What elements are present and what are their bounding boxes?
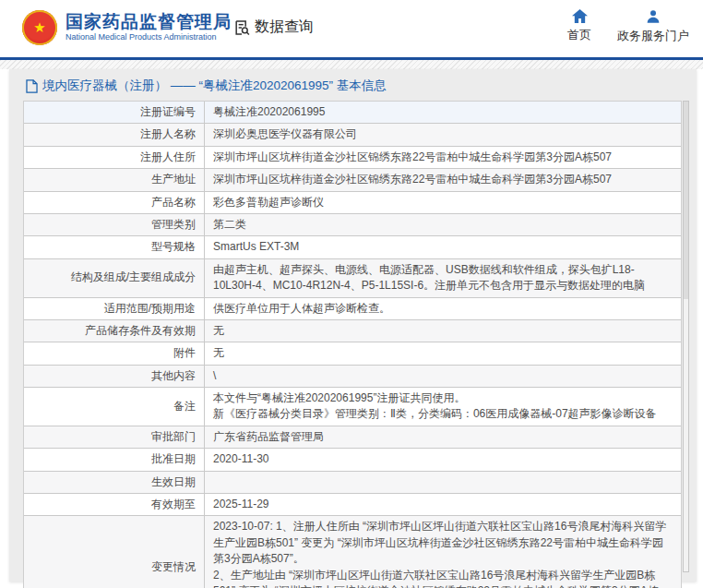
field-label: 产品名称: [24, 192, 205, 213]
field-label: 审批部门: [24, 426, 205, 448]
field-label: 备注: [24, 388, 205, 426]
row-registrant-name: 注册人名称 深圳必奥思医学仪器有限公司: [24, 124, 681, 146]
national-emblem-icon: ★: [22, 10, 57, 45]
field-label: 结构及组成/主要组成成分: [24, 259, 205, 297]
document-icon: [26, 79, 42, 93]
data-query-tab[interactable]: 数据查询: [232, 18, 314, 37]
nav-portal[interactable]: 政务服务门户: [609, 9, 697, 44]
field-value: 彩色多普勒超声诊断仪: [205, 192, 681, 213]
field-label: 有效期至: [24, 494, 205, 515]
field-value: 深圳市坪山区坑梓街道金沙社区锦绣东路22号雷柏中城生命科学园第3分园A栋507: [205, 147, 681, 168]
field-value: 2025-11-29: [205, 494, 681, 515]
field-value: 广东省药品监督管理局: [205, 426, 681, 448]
row-other-content: 其他内容 \: [24, 366, 681, 388]
user-icon: [646, 9, 661, 24]
field-label: 产品储存条件及有效期: [24, 320, 205, 342]
registration-info-table: 注册证编号 粤械注准20202061995 注册人名称 深圳必奥思医学仪器有限公…: [23, 101, 682, 588]
home-icon: [572, 9, 588, 23]
row-approval-date: 批准日期 2020-11-30: [24, 449, 681, 471]
agency-logo-block: ★ 国家药品监督管理局 National Medical Products Ad…: [22, 10, 232, 45]
hatch-band: [0, 60, 703, 69]
field-value: [205, 472, 681, 493]
field-value: 2023-10-07: 1、注册人住所由 “深圳市坪山区坪山街道六联社区宝山路1…: [205, 516, 681, 588]
nav-home-label: 首页: [567, 27, 591, 43]
agency-name-en: National Medical Products Administration: [66, 32, 232, 43]
field-value: 2020-11-30: [205, 449, 681, 470]
row-approval-department: 审批部门 广东省药品监督管理局: [24, 426, 681, 449]
nav-portal-label: 政务服务门户: [617, 28, 689, 44]
field-label: 注册证编号: [24, 102, 205, 123]
field-label: 附件: [24, 342, 205, 364]
row-change-history: 变更情况 2023-10-07: 1、注册人住所由 “深圳市坪山区坪山街道六联社…: [24, 516, 681, 588]
field-label: 型号规格: [24, 236, 205, 258]
field-value: 无: [205, 320, 681, 342]
row-management-category: 管理类别 第二类: [24, 214, 681, 236]
row-registrant-address: 注册人住所 深圳市坪山区坑梓街道金沙社区锦绣东路22号雷柏中城生命科学园第3分园…: [24, 147, 681, 169]
row-registration-number: 注册证编号 粤械注准20202061995: [24, 102, 681, 124]
field-label: 生产地址: [24, 169, 205, 190]
field-value: 深圳必奥思医学仪器有限公司: [205, 124, 681, 145]
field-label: 适用范围/预期用途: [24, 298, 205, 319]
row-production-address: 生产地址 深圳市坪山区坑梓街道金沙社区锦绣东路22号雷柏中城生命科学园第3分园A…: [24, 169, 681, 191]
field-value: 第二类: [205, 214, 681, 235]
site-header: ★ 国家药品监督管理局 National Medical Products Ad…: [0, 0, 703, 57]
field-value: \: [205, 366, 681, 387]
row-structure-composition: 结构及组成/主要组成成分 由超声主机、超声探头、电源线、电源适配器、USB数据线…: [24, 259, 681, 298]
field-value: 供医疗单位用于人体超声诊断检查。: [205, 298, 681, 319]
row-product-name: 产品名称 彩色多普勒超声诊断仪: [24, 192, 681, 214]
row-attachments: 附件 无: [24, 342, 681, 365]
row-remarks: 备注 本文件与“粤械注准20202061995”注册证共同使用。 新《医疗器械分…: [24, 388, 681, 426]
field-label: 其他内容: [24, 366, 205, 387]
breadcrumb-text: 境内医疗器械（注册） —— “粤械注准20202061995” 基本信息: [42, 78, 387, 94]
field-value: SmartUs EXT-3M: [205, 236, 681, 258]
row-expiry-date: 有效期至 2025-11-29: [24, 494, 681, 516]
field-value: 本文件与“粤械注准20202061995”注册证共同使用。 新《医疗器械分类目录…: [205, 388, 681, 426]
content-card: 境内医疗器械（注册） —— “粤械注准20202061995” 基本信息 注册证…: [9, 69, 697, 582]
row-effective-date: 生效日期: [24, 472, 681, 494]
field-label: 注册人名称: [24, 124, 205, 145]
row-storage-conditions: 产品储存条件及有效期 无: [24, 320, 681, 342]
agency-name-cn: 国家药品监督管理局: [66, 12, 232, 32]
field-label: 变更情况: [24, 516, 205, 588]
data-query-icon: [232, 18, 251, 37]
row-model-spec: 型号规格 SmartUs EXT-3M: [24, 236, 681, 258]
field-value: 无: [205, 342, 681, 364]
nav-home[interactable]: 首页: [557, 9, 602, 43]
row-intended-use: 适用范围/预期用途 供医疗单位用于人体超声诊断检查。: [24, 298, 681, 320]
field-value: 由超声主机、超声探头、电源线、电源适配器、USB数据线和软件组成，探头包扩L18…: [205, 259, 681, 297]
breadcrumb: 境内医疗器械（注册） —— “粤械注准20202061995” 基本信息: [26, 78, 387, 94]
data-query-label: 数据查询: [255, 18, 314, 37]
field-value: 深圳市坪山区坑梓街道金沙社区锦绣东路22号雷柏中城生命科学园第3分园A栋507: [205, 169, 681, 190]
field-label: 批准日期: [24, 449, 205, 470]
table-scrollbar[interactable]: [683, 101, 689, 572]
field-label: 管理类别: [24, 214, 205, 235]
field-label: 注册人住所: [24, 147, 205, 168]
scrollbar-thumb[interactable]: [684, 102, 688, 299]
field-label: 生效日期: [24, 472, 205, 493]
field-value: 粤械注准20202061995: [205, 102, 681, 123]
